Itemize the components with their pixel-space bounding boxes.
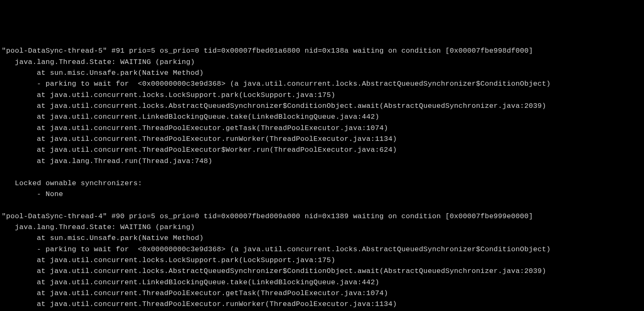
stack-frame: - parking to wait for <0x00000000c3e9d36… (2, 244, 642, 255)
blank-line (2, 167, 642, 178)
stack-frame: at java.util.concurrent.ThreadPoolExecut… (2, 288, 642, 299)
stack-frame: at java.util.concurrent.ThreadPoolExecut… (2, 134, 642, 145)
stack-frame: at java.util.concurrent.ThreadPoolExecut… (2, 145, 642, 156)
stack-frame: at java.util.concurrent.ThreadPoolExecut… (2, 123, 642, 134)
stack-frame: at sun.misc.Unsafe.park(Native Method) (2, 68, 642, 79)
thread-state: java.lang.Thread.State: WAITING (parking… (2, 57, 642, 68)
stack-frame: at java.lang.Thread.run(Thread.java:748) (2, 156, 642, 167)
thread-state: java.lang.Thread.State: WAITING (parking… (2, 222, 642, 233)
locked-sync-item: - None (2, 189, 642, 200)
thread-header: "pool-DataSync-thread-5" #91 prio=5 os_p… (2, 46, 642, 56)
stack-frame: at java.util.concurrent.locks.AbstractQu… (2, 101, 642, 112)
thread-header: "pool-DataSync-thread-4" #90 prio=5 os_p… (2, 211, 642, 222)
stack-frame: at sun.misc.Unsafe.park(Native Method) (2, 233, 642, 244)
thread-dump-container: "pool-DataSync-thread-5" #91 prio=5 os_p… (2, 46, 642, 311)
locked-sync-header: Locked ownable synchronizers: (2, 178, 642, 189)
stack-frame: at java.util.concurrent.locks.LockSuppor… (2, 90, 642, 101)
stack-frame: at java.util.concurrent.LinkedBlockingQu… (2, 277, 642, 288)
stack-frame: at java.util.concurrent.locks.LockSuppor… (2, 255, 642, 266)
stack-frame: at java.util.concurrent.ThreadPoolExecut… (2, 299, 642, 310)
thread-block-2: "pool-DataSync-thread-4" #90 prio=5 os_p… (2, 211, 642, 311)
blank-line (2, 200, 642, 211)
stack-frame: at java.util.concurrent.LinkedBlockingQu… (2, 112, 642, 122)
stack-frame: - parking to wait for <0x00000000c3e9d36… (2, 79, 642, 89)
thread-block-1: "pool-DataSync-thread-5" #91 prio=5 os_p… (2, 46, 642, 200)
stack-frame: at java.util.concurrent.locks.AbstractQu… (2, 266, 642, 277)
